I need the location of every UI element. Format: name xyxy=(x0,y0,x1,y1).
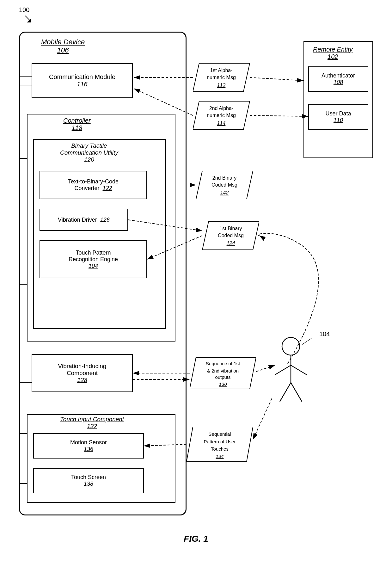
svg-text:Sequential: Sequential xyxy=(209,431,231,437)
authenticator-name: Authenticator108 xyxy=(322,72,355,86)
remote-entity-label: Remote Entity 102 xyxy=(313,46,353,60)
btcu-box xyxy=(33,139,166,329)
svg-text:142: 142 xyxy=(220,190,229,195)
msg-1st-alphanum: 1st Alpha- numeric Msg 112 xyxy=(193,63,250,92)
user-data-name: User Data110 xyxy=(325,110,351,124)
controller-ref: 118 xyxy=(63,124,91,132)
svg-text:1st Binary: 1st Binary xyxy=(219,226,242,231)
tpre-box: Touch PatternRecognition Engine104 xyxy=(40,240,147,278)
svg-text:& 2nd vibration: & 2nd vibration xyxy=(207,368,239,373)
touch-screen-name: Touch Screen138 xyxy=(71,474,106,487)
seq-touches: Sequential Pattern of User Touches 134 xyxy=(187,427,253,462)
ttb-name: Text-to-Binary-CodeConverter 122 xyxy=(68,178,119,192)
svg-text:outputs: outputs xyxy=(215,374,230,380)
svg-text:2nd Alpha-: 2nd Alpha- xyxy=(209,106,234,111)
tic-bracket xyxy=(19,433,27,484)
person-ref: 104 xyxy=(319,330,330,337)
touch-screen-ref: 138 xyxy=(84,481,93,487)
svg-text:134: 134 xyxy=(216,453,224,459)
btcu-line2: Communication Utility xyxy=(60,149,118,156)
btcu-line1: Binary Tactile xyxy=(60,142,118,149)
motion-sensor-name: Motion Sensor136 xyxy=(70,439,107,453)
user-data-box: User Data110 xyxy=(308,104,368,130)
vic-box: Vibration-InducingComponent128 xyxy=(32,354,133,392)
mobile-device-label: Mobile Device 106 xyxy=(41,38,85,54)
svg-line-33 xyxy=(291,383,302,402)
svg-text:Sequence of 1st: Sequence of 1st xyxy=(206,361,240,366)
diagram-container: 100 Mobile Device 106 Communication Modu… xyxy=(0,0,392,553)
tic-name: Touch Input Component xyxy=(60,416,124,423)
svg-text:Coded Msg: Coded Msg xyxy=(218,233,244,238)
ttb-box: Text-to-Binary-CodeConverter 122 xyxy=(40,171,147,199)
svg-text:Touches: Touches xyxy=(211,446,229,452)
authenticator-box: Authenticator108 xyxy=(308,66,368,92)
svg-text:Coded Msg: Coded Msg xyxy=(211,182,237,188)
btcu-label: Binary Tactile Communication Utility 120 xyxy=(60,142,118,163)
touch-screen-box: Touch Screen138 xyxy=(33,468,144,493)
vibration-driver-name: Vibration Driver 126 xyxy=(58,217,110,223)
mobile-device-name: Mobile Device xyxy=(41,38,85,46)
svg-line-34 xyxy=(302,338,311,345)
svg-line-47 xyxy=(259,236,261,237)
tpre-ref: 104 xyxy=(89,263,98,269)
svg-text:numeric Msg: numeric Msg xyxy=(207,75,236,80)
seq-vibration: Sequence of 1st & 2nd vibration outputs … xyxy=(190,357,256,389)
ref-100-label: 100 xyxy=(19,6,29,14)
svg-line-40 xyxy=(250,115,308,116)
comm-module-ref: 116 xyxy=(77,81,87,88)
svg-line-30 xyxy=(275,365,291,375)
svg-text:Pattern of User: Pattern of User xyxy=(204,439,236,444)
msg-2nd-binary: 2nd Binary Coded Msg 142 xyxy=(196,171,253,199)
ttb-ref: 122 xyxy=(103,185,112,191)
authenticator-ref: 108 xyxy=(334,79,343,85)
mobile-device-ref: 106 xyxy=(41,46,85,54)
svg-line-32 xyxy=(280,383,291,402)
controller-bracket xyxy=(19,158,27,285)
tic-ref: 132 xyxy=(60,423,124,430)
motion-sensor-box: Motion Sensor136 xyxy=(33,433,144,459)
person-ref-label: 104 xyxy=(319,330,330,338)
controller-name: Controller xyxy=(63,117,91,124)
vic-ref: 128 xyxy=(77,377,87,383)
vibration-driver-box: Vibration Driver 126 xyxy=(40,209,128,231)
comm-module-box: Communication Module 116 xyxy=(32,63,133,98)
svg-text:130: 130 xyxy=(219,381,227,387)
svg-text:114: 114 xyxy=(217,120,226,126)
svg-line-38 xyxy=(250,77,303,81)
vibration-driver-ref: 126 xyxy=(100,217,110,223)
svg-line-31 xyxy=(291,365,307,375)
figure-label: FIG. 1 xyxy=(0,534,392,544)
remote-entity-name: Remote Entity xyxy=(313,46,353,53)
person-figure xyxy=(269,335,313,405)
svg-text:112: 112 xyxy=(217,83,226,88)
comm-module-name: Communication Module xyxy=(49,73,115,81)
tpre-name: Touch PatternRecognition Engine104 xyxy=(69,250,118,269)
tic-label: Touch Input Component 132 xyxy=(60,416,124,430)
user-data-ref: 110 xyxy=(334,117,343,123)
svg-text:2nd Binary: 2nd Binary xyxy=(212,175,237,181)
remote-entity-ref: 102 xyxy=(313,53,353,60)
motion-sensor-ref: 136 xyxy=(84,446,93,452)
msg-2nd-alphanum: 2nd Alpha- numeric Msg 114 xyxy=(193,101,250,130)
controller-label: Controller 118 xyxy=(63,117,91,132)
svg-text:numeric Msg: numeric Msg xyxy=(207,113,236,118)
svg-text:124: 124 xyxy=(227,241,235,246)
svg-text:1st Alpha-: 1st Alpha- xyxy=(210,68,232,73)
svg-point-28 xyxy=(282,337,300,355)
ref-100-arrow xyxy=(24,14,33,24)
btcu-ref: 120 xyxy=(60,156,118,163)
vic-bracket xyxy=(19,364,32,383)
vic-name: Vibration-InducingComponent128 xyxy=(58,363,107,384)
comm-module-bracket xyxy=(19,76,32,85)
msg-1st-binary: 1st Binary Coded Msg 124 xyxy=(202,221,259,250)
